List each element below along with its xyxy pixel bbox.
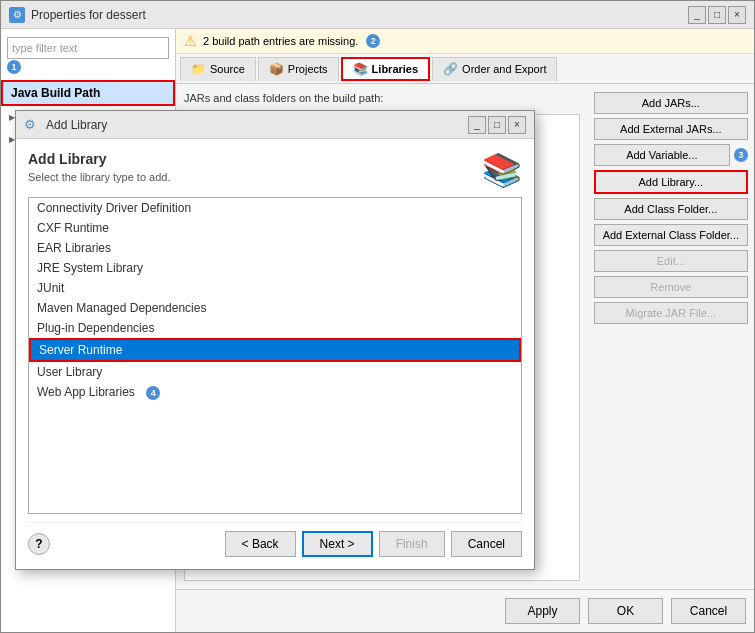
build-path-label: JARs and class folders on the build path…: [184, 92, 580, 104]
ok-button[interactable]: OK: [588, 598, 663, 624]
add-external-class-folder-button[interactable]: Add External Class Folder...: [594, 224, 748, 246]
dialog-footer: ? < Back Next > Finish Cancel: [28, 522, 522, 557]
library-item[interactable]: User Library: [29, 362, 521, 382]
dialog-cancel-button[interactable]: Cancel: [451, 531, 522, 557]
tab-libraries[interactable]: 📚 Libraries: [341, 57, 430, 81]
dialog-header-text: Add Library Select the library type to a…: [28, 151, 170, 183]
bottom-buttons: Apply OK Cancel: [176, 589, 754, 632]
order-tab-icon: 🔗: [443, 62, 458, 76]
library-list[interactable]: Connectivity Driver Definition CXF Runti…: [28, 197, 522, 514]
apply-button[interactable]: Apply: [505, 598, 580, 624]
remove-button[interactable]: Remove: [594, 276, 748, 298]
library-item[interactable]: CXF Runtime: [29, 218, 521, 238]
dialog-title-text: Add Library: [46, 118, 107, 132]
add-library-dialog: ⚙ Add Library _ □ × Add Library Select t…: [15, 110, 535, 570]
edit-button[interactable]: Edit...: [594, 250, 748, 272]
library-item-server-runtime[interactable]: Server Runtime: [29, 338, 521, 362]
next-button[interactable]: Next >: [302, 531, 373, 557]
dialog-heading: Add Library: [28, 151, 170, 167]
library-item[interactable]: JUnit: [29, 278, 521, 298]
add-jars-button[interactable]: Add JARs...: [594, 92, 748, 114]
tab-source-label: Source: [210, 63, 245, 75]
source-tab-icon: 📁: [191, 62, 206, 76]
warning-icon: ⚠: [184, 33, 197, 49]
dialog-list-annotation: 4: [146, 386, 160, 400]
add-external-jars-button[interactable]: Add External JARs...: [594, 118, 748, 140]
migrate-jar-button[interactable]: Migrate JAR File...: [594, 302, 748, 324]
tab-order-export[interactable]: 🔗 Order and Export: [432, 57, 557, 81]
library-item[interactable]: Plug-in Dependencies: [29, 318, 521, 338]
maximize-button[interactable]: □: [708, 6, 726, 24]
dialog-minimize-button[interactable]: _: [468, 116, 486, 134]
warning-bar: ⚠ 2 build path entries are missing. 2: [176, 29, 754, 54]
dialog-header-icon: 📚: [482, 151, 522, 189]
title-bar: ⚙ Properties for dessert _ □ ×: [1, 1, 754, 29]
dialog-subtext: Select the library type to add.: [28, 171, 170, 183]
back-button[interactable]: < Back: [225, 531, 296, 557]
finish-button[interactable]: Finish: [379, 531, 445, 557]
dialog-title-bar: ⚙ Add Library _ □ ×: [16, 111, 534, 139]
filter-badge: 1: [7, 60, 21, 74]
tabs-bar: 📁 Source 📦 Projects 📚 Libraries 🔗 Order …: [176, 54, 754, 84]
library-item[interactable]: Maven Managed Dependencies: [29, 298, 521, 318]
close-button[interactable]: ×: [728, 6, 746, 24]
tab-libraries-label: Libraries: [372, 63, 418, 75]
add-library-button[interactable]: Add Library...: [594, 170, 748, 194]
window-title: Properties for dessert: [31, 8, 146, 22]
add-variable-button[interactable]: Add Variable...: [594, 144, 730, 166]
library-item[interactable]: Web App Libraries 4: [29, 382, 521, 403]
sidebar-item-java-build-path[interactable]: Java Build Path: [1, 80, 175, 106]
library-item[interactable]: EAR Libraries: [29, 238, 521, 258]
filter-input[interactable]: [7, 37, 169, 59]
tab-source[interactable]: 📁 Source: [180, 57, 256, 81]
filter-box: 1: [7, 37, 169, 74]
title-bar-controls: _ □ ×: [688, 6, 746, 24]
warning-badge: 2: [366, 34, 380, 48]
dialog-footer-right: < Back Next > Finish Cancel: [225, 531, 522, 557]
dialog-maximize-button[interactable]: □: [488, 116, 506, 134]
dialog-close-button[interactable]: ×: [508, 116, 526, 134]
dialog-title-controls: _ □ ×: [468, 116, 526, 134]
dialog-header: Add Library Select the library type to a…: [28, 151, 522, 189]
dialog-body: Add Library Select the library type to a…: [16, 139, 534, 569]
add-class-folder-button[interactable]: Add Class Folder...: [594, 198, 748, 220]
tab-projects[interactable]: 📦 Projects: [258, 57, 339, 81]
tab-order-export-label: Order and Export: [462, 63, 546, 75]
title-bar-left: ⚙ Properties for dessert: [9, 7, 146, 23]
libraries-tab-icon: 📚: [353, 62, 368, 76]
minimize-button[interactable]: _: [688, 6, 706, 24]
sidebar-item-label: Java Build Path: [11, 86, 100, 100]
help-button[interactable]: ?: [28, 533, 50, 555]
warning-text: 2 build path entries are missing.: [203, 35, 358, 47]
right-buttons-panel: Add JARs... Add External JARs... Add Var…: [588, 84, 754, 589]
dialog-title-left: ⚙ Add Library: [24, 117, 107, 133]
add-variable-annotation: 3: [734, 148, 748, 162]
properties-icon: ⚙: [9, 7, 25, 23]
library-item[interactable]: Connectivity Driver Definition: [29, 198, 521, 218]
tab-projects-label: Projects: [288, 63, 328, 75]
library-item[interactable]: JRE System Library: [29, 258, 521, 278]
dialog-title-icon: ⚙: [24, 117, 40, 133]
projects-tab-icon: 📦: [269, 62, 284, 76]
cancel-button[interactable]: Cancel: [671, 598, 746, 624]
